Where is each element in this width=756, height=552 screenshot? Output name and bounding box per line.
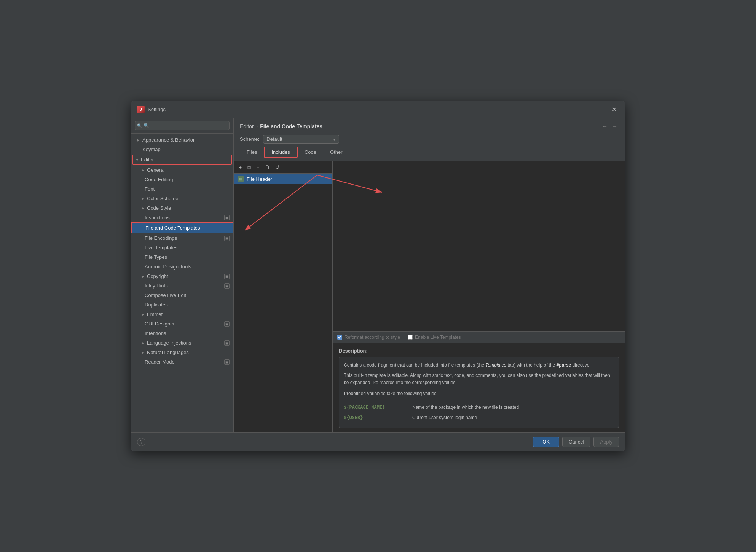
chevron-icon: ▶ [137, 138, 141, 142]
sidebar-item-font[interactable]: Font [131, 184, 233, 194]
sidebar-item-copyright[interactable]: ▶ Copyright ▣ [131, 271, 233, 281]
sidebar-item-emmet[interactable]: ▶ Emmet [131, 310, 233, 319]
sidebar-item-editor[interactable]: ▼ Editor [132, 155, 232, 165]
code-editor[interactable] [333, 161, 625, 331]
sidebar-item-general[interactable]: ▶ General [131, 165, 233, 175]
sidebar-item-label: Keymap [142, 147, 161, 152]
search-input[interactable] [135, 121, 230, 130]
reader-mode-badge: ▣ [224, 359, 230, 365]
template-list-area: + ⧉ − 🗋 ↺ ▤ File Header [234, 161, 333, 432]
remove-template-button[interactable]: − [254, 163, 261, 171]
scheme-row: Scheme: Default Project ▼ [240, 135, 619, 144]
sidebar-item-code-editing[interactable]: Code Editing [131, 175, 233, 184]
sidebar-item-compose-live-edit[interactable]: Compose Live Edit [131, 290, 233, 300]
breadcrumb-separator: › [256, 123, 258, 129]
search-wrap: 🔍 [135, 121, 230, 130]
var-row-user: ${USER} Current user system login name [344, 413, 614, 423]
var-desc-package: Name of the package in which the new fil… [412, 404, 519, 411]
sidebar-item-language-injections[interactable]: ▶ Language Injections ▣ [131, 338, 233, 348]
sidebar-item-live-templates[interactable]: Live Templates [131, 243, 233, 252]
template-item-name: File Header [247, 176, 272, 182]
sidebar-item-label: Live Templates [145, 245, 177, 250]
chevron-icon: ▶ [142, 168, 145, 172]
live-templates-label: Enable Live Templates [415, 335, 461, 340]
live-templates-checkbox-label[interactable]: Enable Live Templates [408, 335, 461, 340]
sidebar-item-reader-mode[interactable]: Reader Mode ▣ [131, 357, 233, 367]
editor-area: Reformat according to style Enable Live … [333, 161, 625, 432]
tab-code[interactable]: Code [298, 147, 323, 158]
breadcrumb: Editor › File and Code Templates ← → [240, 123, 619, 130]
toolbar: + ⧉ − 🗋 ↺ [234, 161, 332, 174]
chevron-icon: ▶ [142, 206, 145, 210]
sidebar-item-label: Android Design Tools [145, 264, 191, 270]
gui-designer-badge: ▣ [224, 321, 230, 327]
chevron-icon: ▼ [136, 158, 139, 162]
sidebar-item-android-design-tools[interactable]: Android Design Tools [131, 262, 233, 271]
sidebar-item-file-encodings[interactable]: File Encodings ▣ [131, 233, 233, 243]
sidebar-item-color-scheme[interactable]: ▶ Color Scheme [131, 194, 233, 203]
right-panel: Editor › File and Code Templates ← → Sch… [234, 118, 625, 432]
description-text: Contains a code fragment that can be inc… [344, 362, 614, 369]
sidebar-item-label: Reader Mode [145, 359, 175, 365]
sidebar: 🔍 ▶ Appearance & Behavior Keymap [131, 118, 234, 432]
sidebar-item-label: Font [145, 186, 155, 192]
breadcrumb-nav: ← → [601, 123, 619, 130]
close-button[interactable]: ✕ [609, 105, 619, 114]
undo-template-button[interactable]: ↺ [273, 163, 282, 171]
sidebar-item-natural-languages[interactable]: ▶ Natural Languages [131, 348, 233, 357]
apply-button[interactable]: Apply [593, 437, 619, 447]
clone-template-button[interactable]: 🗋 [263, 163, 272, 171]
description-predefined-intro: Predefined variables take the following … [344, 390, 614, 397]
nav-forward-button[interactable]: → [611, 123, 619, 130]
scheme-dropdown-wrap: Default Project ▼ [263, 135, 339, 144]
description-bold: #parse [557, 362, 571, 368]
main-content: 🔍 ▶ Appearance & Behavior Keymap [131, 118, 625, 432]
reformat-checkbox-label[interactable]: Reformat according to style [337, 335, 400, 340]
search-icon: 🔍 [137, 123, 142, 128]
sidebar-item-file-and-code-templates[interactable]: File and Code Templates [131, 222, 233, 233]
action-buttons: OK Cancel Apply [533, 437, 619, 447]
sidebar-item-duplicates[interactable]: Duplicates [131, 300, 233, 310]
ok-button[interactable]: OK [533, 437, 559, 447]
sidebar-item-inlay-hints[interactable]: Inlay Hints ▣ [131, 281, 233, 290]
sidebar-item-code-style[interactable]: ▶ Code Style [131, 203, 233, 213]
add-template-button[interactable]: + [237, 163, 244, 171]
scheme-dropdown[interactable]: Default Project [263, 135, 339, 144]
sidebar-item-label: File and Code Templates [145, 225, 200, 231]
sidebar-item-appearance-behavior[interactable]: ▶ Appearance & Behavior [131, 135, 233, 145]
template-item-file-header[interactable]: ▤ File Header [234, 174, 332, 184]
var-name-package: ${PACKAGE_NAME} [344, 404, 405, 411]
breadcrumb-current: File and Code Templates [260, 123, 322, 129]
help-button[interactable]: ? [137, 438, 145, 446]
search-box: 🔍 [131, 118, 233, 134]
sidebar-item-label: Inlay Hints [145, 283, 168, 289]
tab-other[interactable]: Other [323, 147, 349, 158]
cancel-button[interactable]: Cancel [562, 437, 590, 447]
sidebar-item-label: Intentions [145, 330, 166, 336]
reformat-checkbox[interactable] [337, 335, 342, 340]
sidebar-item-keymap[interactable]: Keymap [131, 145, 233, 154]
tab-files[interactable]: Files [240, 147, 264, 158]
copy-template-button[interactable]: ⧉ [245, 163, 253, 171]
description-title: Description: [339, 348, 619, 354]
sidebar-item-inspections[interactable]: Inspections ▣ [131, 213, 233, 222]
sidebar-item-intentions[interactable]: Intentions [131, 329, 233, 338]
var-name-user: ${USER} [344, 414, 405, 421]
sidebar-item-label: Editor [141, 157, 154, 163]
panel-body: + ⧉ − 🗋 ↺ ▤ File Header [234, 161, 625, 432]
reformat-label: Reformat according to style [345, 335, 400, 340]
live-templates-checkbox[interactable] [408, 335, 413, 340]
scheme-label: Scheme: [240, 136, 259, 142]
sidebar-item-label: Color Scheme [147, 196, 178, 201]
nav-back-button[interactable]: ← [601, 123, 609, 130]
tab-includes[interactable]: Includes [264, 147, 297, 158]
var-desc-user: Current user system login name [412, 414, 477, 421]
panel-header: Editor › File and Code Templates ← → Sch… [234, 118, 625, 161]
copyright-badge: ▣ [224, 274, 230, 279]
sidebar-item-label: Appearance & Behavior [142, 137, 195, 143]
sidebar-item-file-types[interactable]: File Types [131, 252, 233, 262]
sidebar-item-gui-designer[interactable]: GUI Designer ▣ [131, 319, 233, 329]
bottom-bar: ? OK Cancel Apply [131, 432, 625, 451]
sidebar-item-label: GUI Designer [145, 321, 175, 327]
nav-tree: ▶ Appearance & Behavior Keymap ▼ Editor [131, 134, 233, 432]
